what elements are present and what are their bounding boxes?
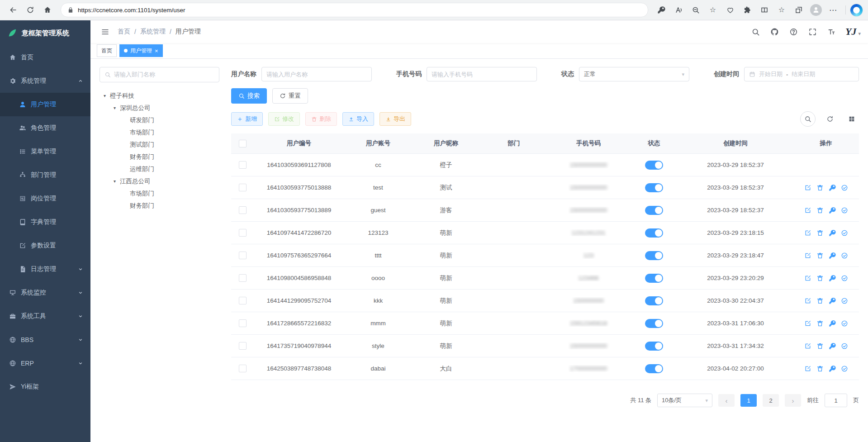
page-number-button[interactable]: 2 xyxy=(763,394,779,407)
reset-password-icon[interactable] xyxy=(829,320,836,327)
tree-caret-icon[interactable]: ▾ xyxy=(101,93,108,98)
extensions-icon[interactable] xyxy=(740,3,755,17)
copilot-icon[interactable] xyxy=(850,4,863,16)
browser-profile-avatar[interactable] xyxy=(808,3,824,17)
row-checkbox[interactable] xyxy=(239,274,247,282)
tree-node[interactable]: 财务部门 xyxy=(100,151,219,163)
reset-password-icon[interactable] xyxy=(829,297,836,304)
view-tab[interactable]: 用户管理 × xyxy=(119,44,163,57)
assign-role-icon[interactable] xyxy=(841,342,848,350)
status-toggle[interactable] xyxy=(645,161,663,170)
sidebar-menu-item[interactable]: 参数设置 xyxy=(0,234,90,257)
page-size-select[interactable]: 10条/页 ▾ xyxy=(657,394,712,407)
row-checkbox[interactable] xyxy=(239,229,247,237)
row-checkbox[interactable] xyxy=(239,342,247,350)
reset-password-icon[interactable] xyxy=(829,184,836,191)
assign-role-icon[interactable] xyxy=(841,275,848,282)
refresh-table-icon[interactable] xyxy=(823,112,837,126)
status-toggle[interactable] xyxy=(645,228,663,238)
delete-icon[interactable] xyxy=(816,229,824,237)
split-screen-icon[interactable] xyxy=(757,3,772,17)
toolbar-button[interactable]: 导出 xyxy=(379,112,411,126)
sidebar-menu-item[interactable]: 用户管理 xyxy=(0,93,90,116)
fullscreen-icon[interactable] xyxy=(807,27,817,37)
select-all-checkbox[interactable] xyxy=(239,140,247,147)
delete-icon[interactable] xyxy=(816,365,824,372)
sidebar-menu-item[interactable]: 系统监控 xyxy=(0,281,90,304)
delete-icon[interactable] xyxy=(816,184,824,191)
delete-icon[interactable] xyxy=(816,207,824,214)
browser-essentials-icon[interactable] xyxy=(722,3,738,17)
username-input[interactable] xyxy=(261,67,372,81)
page-number-button[interactable]: 1 xyxy=(740,394,757,407)
status-toggle[interactable] xyxy=(645,183,663,192)
sidebar-menu-item[interactable]: 菜单管理 xyxy=(0,140,90,163)
delete-icon[interactable] xyxy=(816,275,824,282)
sidebar-menu-item[interactable]: BBS xyxy=(0,328,90,352)
site-permissions-icon[interactable] xyxy=(67,7,74,13)
show-search-icon[interactable] xyxy=(800,111,816,127)
breadcrumb-system[interactable]: 系统管理 xyxy=(140,28,166,36)
github-icon[interactable] xyxy=(769,27,779,37)
reset-button[interactable]: 重置 xyxy=(272,88,308,104)
sidebar-menu-item[interactable]: 部门管理 xyxy=(0,163,90,187)
next-page-button[interactable]: › xyxy=(785,394,801,407)
tree-node[interactable]: 运维部门 xyxy=(100,163,219,175)
row-checkbox[interactable] xyxy=(239,252,247,259)
browser-refresh-button[interactable] xyxy=(23,3,38,17)
tree-node[interactable]: ▾ 深圳总公司 xyxy=(100,102,219,114)
user-avatar-menu[interactable]: YJ ▾ xyxy=(845,27,861,37)
address-bar[interactable]: https://ccnetcore.com:1101/system/user xyxy=(61,3,648,17)
sidebar-fold-icon[interactable] xyxy=(98,24,112,39)
tree-node[interactable]: ▾ 橙子科技 xyxy=(100,90,219,102)
assign-role-icon[interactable] xyxy=(841,207,848,214)
status-select[interactable]: 正常 ▾ xyxy=(579,67,689,81)
reset-password-icon[interactable] xyxy=(829,365,836,372)
add-favorite-icon[interactable]: ☆ xyxy=(705,3,721,17)
edit-icon[interactable] xyxy=(804,229,811,237)
status-toggle[interactable] xyxy=(645,364,663,373)
view-tab[interactable]: 首页 xyxy=(97,44,117,57)
reset-password-icon[interactable] xyxy=(829,252,836,259)
assign-role-icon[interactable] xyxy=(841,252,848,259)
collections-icon[interactable] xyxy=(791,3,806,17)
reset-password-icon[interactable] xyxy=(829,275,836,282)
toolbar-button[interactable]: 导入 xyxy=(342,112,374,126)
favorites-bar-icon[interactable]: ☆ xyxy=(774,3,789,17)
goto-page-input[interactable] xyxy=(825,394,847,407)
tree-node[interactable]: 测试部门 xyxy=(100,138,219,151)
header-search-icon[interactable] xyxy=(750,27,760,37)
tree-caret-icon[interactable]: ▾ xyxy=(111,105,118,110)
edit-icon[interactable] xyxy=(804,207,811,214)
edit-icon[interactable] xyxy=(804,297,811,304)
status-toggle[interactable] xyxy=(645,251,663,260)
tree-caret-icon[interactable]: ▾ xyxy=(111,179,118,184)
toolbar-button[interactable]: 删除 xyxy=(305,112,337,126)
reset-password-icon[interactable] xyxy=(829,229,836,237)
row-checkbox[interactable] xyxy=(239,206,247,214)
delete-icon[interactable] xyxy=(816,297,824,304)
toolbar-button[interactable]: 新增 xyxy=(231,112,263,126)
edit-icon[interactable] xyxy=(804,320,811,327)
row-checkbox[interactable] xyxy=(239,184,247,191)
delete-icon[interactable] xyxy=(816,320,824,327)
status-toggle[interactable] xyxy=(645,206,663,215)
password-key-icon[interactable] xyxy=(654,3,669,17)
tree-node[interactable]: 市场部门 xyxy=(100,187,219,200)
tree-node[interactable]: ▾ 江西总公司 xyxy=(100,175,219,187)
reset-password-icon[interactable] xyxy=(829,342,836,350)
phone-input[interactable] xyxy=(427,67,537,81)
edit-icon[interactable] xyxy=(804,365,811,372)
url-text[interactable]: https://ccnetcore.com:1101/system/user xyxy=(78,7,185,14)
delete-icon[interactable] xyxy=(816,342,824,350)
browser-back-button[interactable] xyxy=(5,3,21,17)
edit-icon[interactable] xyxy=(804,275,811,282)
browser-home-button[interactable] xyxy=(40,3,55,17)
close-tab-icon[interactable]: × xyxy=(155,48,158,54)
status-toggle[interactable] xyxy=(645,296,663,305)
row-checkbox[interactable] xyxy=(239,319,247,327)
prev-page-button[interactable]: ‹ xyxy=(718,394,735,407)
sidebar-menu-item[interactable]: ERP xyxy=(0,352,90,375)
row-checkbox[interactable] xyxy=(239,297,247,304)
sidebar-menu-item[interactable]: 角色管理 xyxy=(0,116,90,140)
